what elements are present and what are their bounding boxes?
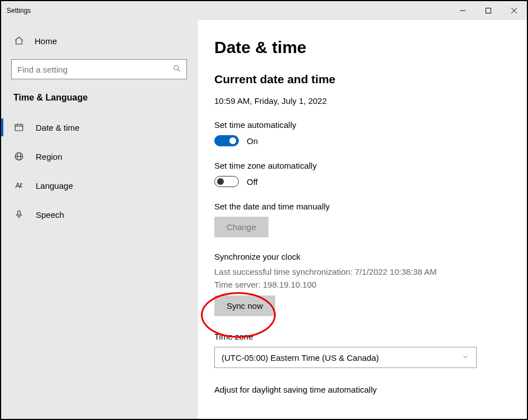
sidebar-item-label: Date & time (36, 123, 79, 132)
search-input[interactable] (11, 59, 187, 79)
main-content: Date & time Current date and time 10:59 … (198, 20, 527, 419)
manual-date-time-setting: Set the date and time manually Change (214, 202, 510, 237)
current-date-time-heading: Current date and time (214, 73, 510, 86)
svg-rect-14 (18, 211, 21, 215)
change-button[interactable]: Change (214, 217, 268, 237)
home-icon (13, 36, 25, 46)
page-title: Date & time (214, 38, 510, 57)
svg-rect-6 (15, 125, 23, 131)
sidebar-item-label: Language (36, 181, 73, 190)
time-server-label: Time server: (214, 280, 263, 289)
auto-time-label: Set time automatically (214, 120, 510, 130)
search-wrap (11, 59, 187, 79)
auto-tz-setting: Set time zone automatically Off (214, 161, 510, 187)
sidebar-nav: Date & time Region (1, 113, 197, 229)
home-label: Home (35, 36, 57, 46)
settings-window: Settings Home (0, 0, 528, 420)
chevron-down-icon (462, 353, 469, 362)
timezone-selected-value: (UTC-05:00) Eastern Time (US & Canada) (222, 353, 379, 362)
close-button[interactable] (501, 1, 527, 20)
microphone-icon (13, 209, 25, 219)
manual-label: Set the date and time manually (214, 202, 510, 211)
auto-time-setting: Set time automatically On (214, 120, 510, 146)
sidebar-item-language[interactable]: Language (1, 171, 197, 200)
sync-clock-section: Synchronize your clock Last successful t… (214, 252, 510, 316)
sidebar-section-header: Time & Language (1, 90, 197, 113)
svg-rect-1 (486, 8, 491, 13)
minimize-button[interactable] (450, 1, 476, 20)
auto-time-toggle[interactable] (214, 135, 239, 146)
current-datetime-value: 10:59 AM, Friday, July 1, 2022 (214, 96, 510, 106)
sidebar-item-date-time[interactable]: Date & time (1, 113, 197, 142)
sidebar-item-label: Region (36, 152, 63, 161)
sidebar-item-speech[interactable]: Speech (1, 200, 197, 229)
auto-tz-toggle[interactable] (214, 176, 239, 187)
auto-time-state: On (247, 136, 258, 146)
sync-title: Synchronize your clock (214, 252, 510, 261)
sidebar-item-region[interactable]: Region (1, 142, 197, 171)
home-nav[interactable]: Home (1, 30, 197, 51)
sync-now-button[interactable]: Sync now (214, 295, 275, 316)
language-icon (13, 180, 25, 190)
daylight-section: Adjust for daylight saving time automati… (214, 385, 510, 394)
titlebar: Settings (1, 1, 527, 20)
daylight-label: Adjust for daylight saving time automati… (214, 385, 510, 394)
search-icon (172, 64, 181, 75)
svg-line-5 (178, 69, 180, 71)
last-sync-label: Last successful time synchronization: (214, 267, 355, 276)
time-server-value: 198.19.10.100 (263, 280, 316, 289)
svg-point-4 (174, 65, 179, 70)
sidebar: Home Time & Language (1, 20, 198, 419)
clock-icon (13, 122, 25, 132)
sync-meta: Last successful time synchronization: 7/… (214, 266, 510, 291)
auto-tz-state: Off (247, 177, 258, 187)
timezone-select[interactable]: (UTC-05:00) Eastern Time (US & Canada) (214, 347, 477, 368)
maximize-button[interactable] (476, 1, 501, 20)
timezone-label: Time zone (214, 332, 510, 341)
timezone-section: Time zone (UTC-05:00) Eastern Time (US &… (214, 332, 510, 368)
window-controls (450, 1, 527, 20)
last-sync-value: 7/1/2022 10:38:38 AM (355, 267, 437, 276)
sidebar-item-label: Speech (36, 210, 64, 219)
globe-icon (13, 151, 25, 161)
auto-tz-label: Set time zone automatically (214, 161, 510, 170)
window-title: Settings (7, 7, 31, 15)
